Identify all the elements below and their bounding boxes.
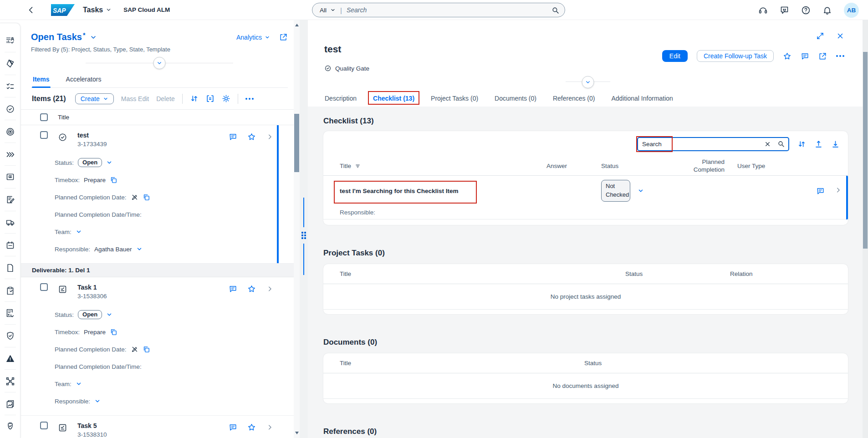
tab-references[interactable]: References (0) [552,93,596,104]
status-value[interactable]: Open [78,310,102,319]
chevron-down-icon[interactable] [106,159,112,166]
column-status[interactable]: Status [601,163,681,169]
checklist-search-value[interactable]: Search [642,141,764,148]
comment-icon[interactable] [801,52,809,61]
navigate-icon[interactable] [266,424,273,431]
overflow-icon[interactable] [836,55,844,57]
rail-item-processes-icon[interactable] [0,143,20,166]
delete-button[interactable]: Delete [156,95,174,102]
rail-item-requirements-icon[interactable] [0,279,20,302]
tab-accelerators[interactable]: Accelerators [65,73,102,87]
rail-item-security-icon[interactable] [0,325,20,347]
rail-item-transports-icon[interactable] [0,211,20,234]
rail-item-targets-icon[interactable] [0,120,20,143]
group-icon[interactable] [206,94,214,103]
create-follow-up-task-button[interactable]: Create Follow-up Task [697,50,774,62]
column-title[interactable]: Title [340,163,351,169]
comment-icon[interactable] [816,187,825,195]
copy-icon[interactable] [110,176,117,184]
share-icon[interactable] [818,52,827,61]
close-icon[interactable] [836,32,844,40]
overflow-icon[interactable] [245,98,254,100]
sort-icon[interactable] [797,140,806,148]
navigate-icon[interactable] [266,285,273,292]
collapse-header-button[interactable] [153,57,166,69]
comment-icon[interactable] [229,132,237,141]
task-row-header[interactable]: Task 1 3-1538306 [21,277,300,301]
view-title[interactable]: Open Tasks [31,32,82,42]
shell-search-input[interactable]: Search [347,6,551,14]
navigate-icon[interactable] [835,187,842,194]
task-title[interactable]: test [77,132,89,139]
row-checkbox[interactable] [40,422,48,429]
tab-documents[interactable]: Documents (0) [494,93,537,104]
sort-icon[interactable] [190,94,199,103]
chevron-down-icon[interactable] [76,229,82,235]
rail-item-products-icon[interactable] [0,52,20,75]
task-row-header[interactable]: test 3-1733439 [21,125,300,149]
left-panel-scrollbar[interactable] [294,20,300,438]
tab-project-tasks[interactable]: Project Tasks (0) [430,93,479,104]
checklist-item-status[interactable]: Not Checked [601,180,630,202]
scrollbar-thumb[interactable] [863,52,868,249]
copy-icon[interactable] [143,194,150,201]
view-select-chevron-icon[interactable] [90,34,97,41]
scroll-down-icon[interactable] [295,432,299,434]
chevron-down-icon[interactable] [94,398,101,404]
upload-icon[interactable] [814,140,823,148]
rail-item-test-cases-icon[interactable] [0,302,20,325]
checklist-item-title[interactable]: test I'm Searching for this Checklist It… [340,188,459,194]
favorite-icon[interactable] [783,52,791,61]
task-title[interactable]: Task 1 [77,284,97,291]
tab-items[interactable]: Items [32,73,51,87]
panel-splitter[interactable] [300,20,308,438]
chevron-down-icon[interactable] [638,188,644,194]
favorite-icon[interactable] [247,132,256,141]
row-checkbox[interactable] [40,131,48,139]
support-icon[interactable] [758,5,768,15]
status-value[interactable]: Open [78,158,102,167]
comment-icon[interactable] [229,423,237,432]
copy-icon[interactable] [110,328,117,336]
tab-description[interactable]: Description [324,93,357,104]
rail-item-alerts-icon[interactable] [0,347,20,370]
column-answer[interactable]: Answer [546,163,601,169]
tab-checklist[interactable]: Checklist (13) [373,93,415,104]
notifications-icon[interactable] [822,5,832,15]
rail-item-quality-gates-icon[interactable] [0,97,20,120]
row-checkbox[interactable] [40,283,48,291]
checklist-search-field[interactable]: Search [637,137,789,151]
filter-info-bar[interactable]: Filtered By (5): Project, Status, Type, … [31,46,288,53]
tab-additional-information[interactable]: Additional Information [611,93,673,104]
select-all-checkbox[interactable] [40,113,48,121]
shell-search[interactable]: All | Search [312,3,565,17]
mass-edit-button[interactable]: Mass Edit [121,95,149,102]
rail-item-documents-icon[interactable] [0,256,20,279]
page-scrollbar[interactable] [863,20,868,438]
column-planned-completion[interactable]: Planned Completion [681,158,725,174]
task-title[interactable]: Task 5 [77,422,97,429]
app-title-menu[interactable]: Tasks [83,6,112,14]
column-sort-icon[interactable] [355,163,361,169]
feedback-icon[interactable] [780,5,789,15]
settings-icon[interactable] [222,94,230,103]
create-button[interactable]: Create [75,93,114,104]
scroll-up-icon[interactable] [295,24,299,26]
clear-icon[interactable] [764,141,771,148]
search-icon[interactable] [777,140,785,148]
chevron-down-icon[interactable] [106,311,112,318]
favorite-icon[interactable] [247,423,256,432]
comment-icon[interactable] [229,285,237,293]
rail-item-scopes-icon[interactable] [0,166,20,188]
splitter-grip-icon[interactable] [301,227,307,244]
rail-item-calendar-icon[interactable] [0,234,20,256]
expand-icon[interactable] [816,32,824,40]
search-scope-select[interactable]: All [320,7,336,14]
share-icon[interactable] [279,33,288,41]
help-icon[interactable] [801,5,811,15]
rail-item-compliance-icon[interactable] [0,415,20,438]
rail-item-notes-icon[interactable] [0,188,20,211]
rail-item-landscape-icon[interactable] [0,370,20,392]
task-row-header[interactable]: Task 5 3-1538310 [21,416,300,438]
download-icon[interactable] [831,140,840,148]
